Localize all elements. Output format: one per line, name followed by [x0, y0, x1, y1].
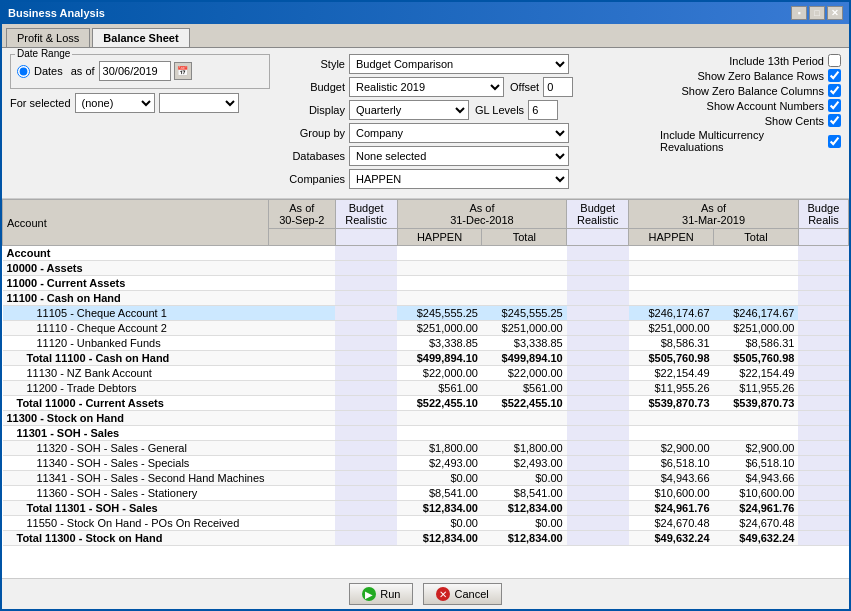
data-cell — [567, 321, 629, 336]
table-body: Account10000 - Assets11000 - Current Ass… — [3, 246, 849, 546]
col-dec-total: Total — [482, 229, 567, 246]
data-cell — [798, 426, 848, 441]
data-cell: $12,834.00 — [482, 501, 567, 516]
offset-input[interactable]: 0 — [543, 77, 573, 97]
show-account-numbers-checkbox[interactable] — [828, 99, 841, 112]
show-zero-rows-label: Show Zero Balance Rows — [697, 70, 824, 82]
include-13th-checkbox[interactable] — [828, 54, 841, 67]
date-input[interactable]: 30/06/2019 — [99, 61, 171, 81]
show-zero-columns-checkbox[interactable] — [828, 84, 841, 97]
run-button[interactable]: ▶ Run — [349, 583, 413, 605]
data-cell — [798, 351, 848, 366]
data-cell: $12,834.00 — [397, 531, 482, 546]
data-cell — [482, 411, 567, 426]
style-row: Style Budget Comparison — [280, 54, 640, 74]
date-range-label: Date Range — [15, 48, 72, 59]
col-as-of-sep: As of30-Sep-2 — [269, 200, 336, 229]
data-cell — [567, 486, 629, 501]
data-cell — [567, 411, 629, 426]
data-cell: $4,943.66 — [714, 471, 799, 486]
data-cell — [629, 426, 714, 441]
data-cell: $24,961.76 — [629, 501, 714, 516]
title-bar-buttons: ▪ □ ✕ — [791, 6, 843, 20]
data-cell — [335, 321, 397, 336]
data-cell — [629, 246, 714, 261]
show-cents-checkbox[interactable] — [828, 114, 841, 127]
groupby-select[interactable]: Company — [349, 123, 569, 143]
table-header-row1: Account As of30-Sep-2 BudgetRealistic As… — [3, 200, 849, 229]
budget-row: Budget Realistic 2019 Offset 0 — [280, 77, 640, 97]
show-cents-row: Show Cents — [660, 114, 841, 127]
main-table: Account As of30-Sep-2 BudgetRealistic As… — [2, 199, 849, 546]
calendar-button[interactable]: 📅 — [174, 62, 192, 80]
col-account: Account — [3, 200, 269, 246]
tab-profit-loss[interactable]: Profit & Loss — [6, 28, 90, 47]
groupby-row: Group by Company — [280, 123, 640, 143]
account-cell: 11200 - Trade Debtors — [3, 381, 269, 396]
data-cell: $49,632.24 — [714, 531, 799, 546]
budget-select[interactable]: Realistic 2019 — [349, 77, 504, 97]
include-multicurrency-checkbox[interactable] — [828, 135, 841, 148]
controls-row: Date Range Dates as of 30/06/2019 📅 For … — [10, 54, 841, 192]
data-cell — [567, 441, 629, 456]
data-cell — [335, 306, 397, 321]
data-cell: $8,586.31 — [714, 336, 799, 351]
data-cell — [269, 411, 336, 426]
data-cell — [269, 366, 336, 381]
data-cell: $0.00 — [482, 516, 567, 531]
for-selected-select[interactable]: (none) — [75, 93, 155, 113]
data-cell — [798, 336, 848, 351]
data-cell: $1,800.00 — [397, 441, 482, 456]
data-cell — [567, 501, 629, 516]
table-row: 11110 - Cheque Account 2$251,000.00$251,… — [3, 321, 849, 336]
data-cell — [335, 531, 397, 546]
data-cell: $22,154.49 — [714, 366, 799, 381]
tab-balance-sheet[interactable]: Balance Sheet — [92, 28, 189, 47]
data-cell — [629, 411, 714, 426]
data-cell — [335, 486, 397, 501]
data-cell: $11,955.26 — [629, 381, 714, 396]
account-cell: Total 11000 - Current Assets — [3, 396, 269, 411]
dates-radio[interactable] — [17, 65, 30, 78]
data-cell — [269, 501, 336, 516]
data-cell: $3,338.85 — [397, 336, 482, 351]
data-cell — [567, 426, 629, 441]
account-cell: 11550 - Stock On Hand - POs On Received — [3, 516, 269, 531]
data-cell: $22,000.00 — [397, 366, 482, 381]
data-cell: $1,800.00 — [482, 441, 567, 456]
data-cell — [335, 516, 397, 531]
account-cell: 11000 - Current Assets — [3, 276, 269, 291]
style-select[interactable]: Budget Comparison — [349, 54, 569, 74]
data-cell: $4,943.66 — [629, 471, 714, 486]
col-dec-happen: HAPPEN — [397, 229, 482, 246]
date-range-box: Date Range Dates as of 30/06/2019 📅 — [10, 54, 270, 89]
data-cell — [269, 516, 336, 531]
data-cell — [269, 276, 336, 291]
center-controls: Style Budget Comparison Budget Realistic… — [280, 54, 640, 192]
controls-area: Date Range Dates as of 30/06/2019 📅 For … — [2, 48, 849, 199]
data-cell — [798, 276, 848, 291]
companies-select[interactable]: HAPPEN — [349, 169, 569, 189]
databases-select[interactable]: None selected — [349, 146, 569, 166]
gl-levels-input[interactable]: 6 — [528, 100, 558, 120]
table-row: 11105 - Cheque Account 1$245,555.25$245,… — [3, 306, 849, 321]
table-container[interactable]: Account As of30-Sep-2 BudgetRealistic As… — [2, 199, 849, 578]
cancel-button[interactable]: ✕ Cancel — [423, 583, 501, 605]
table-row: 11340 - SOH - Sales - Specials$2,493.00$… — [3, 456, 849, 471]
for-selected-value-select[interactable] — [159, 93, 239, 113]
data-cell: $10,600.00 — [714, 486, 799, 501]
data-cell — [798, 441, 848, 456]
minimize-button[interactable]: ▪ — [791, 6, 807, 20]
data-cell — [269, 441, 336, 456]
table-row: 11320 - SOH - Sales - General$1,800.00$1… — [3, 441, 849, 456]
date-input-row: 30/06/2019 📅 — [99, 61, 192, 81]
table-row: 11300 - Stock on Hand — [3, 411, 849, 426]
col-as-of-mar: As of31-Mar-2019 — [629, 200, 799, 229]
display-select[interactable]: Quarterly — [349, 100, 469, 120]
col-mar-happen: HAPPEN — [629, 229, 714, 246]
data-cell — [714, 261, 799, 276]
dates-label: Dates — [34, 65, 63, 77]
maximize-button[interactable]: □ — [809, 6, 825, 20]
show-zero-rows-checkbox[interactable] — [828, 69, 841, 82]
close-button[interactable]: ✕ — [827, 6, 843, 20]
